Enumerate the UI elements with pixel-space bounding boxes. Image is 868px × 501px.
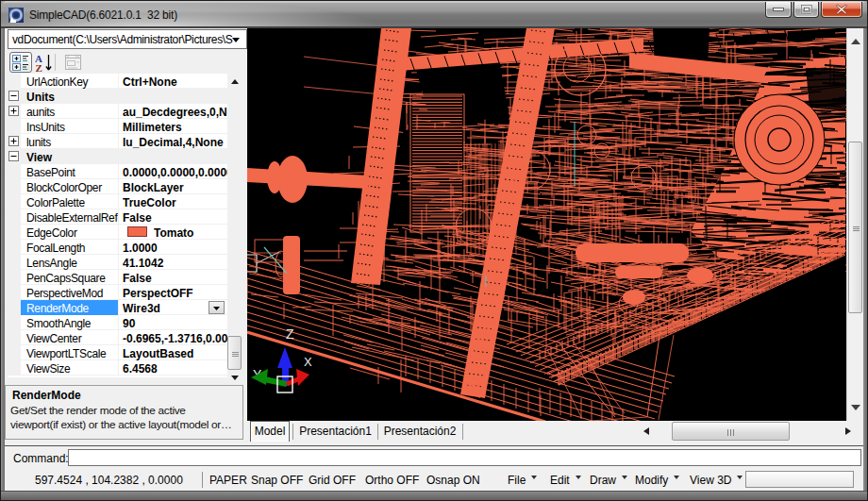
svg-text:Z: Z [36, 62, 42, 73]
svg-text:Z: Z [286, 326, 294, 342]
svg-text:X: X [304, 355, 312, 369]
